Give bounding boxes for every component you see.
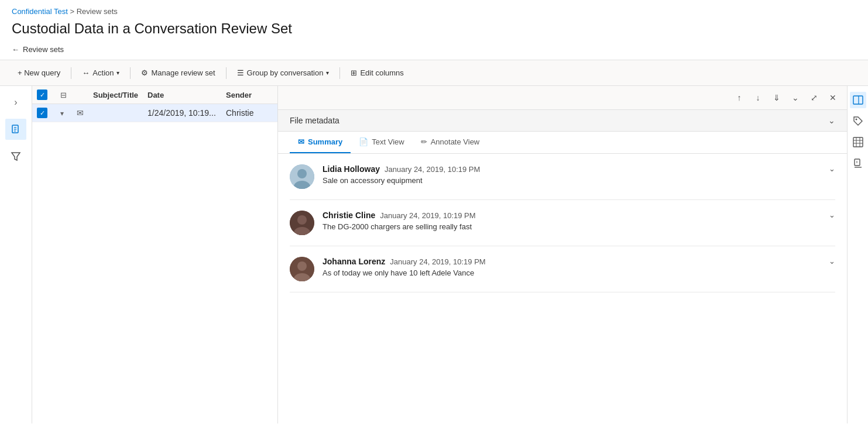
toolbar-divider-4 [339, 67, 340, 79]
svg-rect-14 [853, 96, 863, 104]
nav-down-button[interactable]: ↓ [750, 89, 766, 106]
list-row[interactable]: ✓ ▾ ✉ 1/24/2019, 10:19... Christie [32, 104, 277, 122]
back-label: Review sets [23, 45, 64, 54]
row-sender: Christie [226, 108, 273, 118]
conversation-item-johanna[interactable]: Johanna Lorenz January 24, 2019, 10:19 P… [290, 246, 835, 292]
back-arrow-icon: ← [12, 45, 19, 54]
sidebar-download-icon[interactable] [850, 155, 866, 171]
summary-tab-icon: ✉ [298, 137, 304, 146]
conv-name-christie: Christie Cline [323, 211, 375, 220]
breadcrumb-current: Review sets [77, 7, 118, 16]
list-header: ✓ ⊟ Subject/Title Date Sender [32, 86, 277, 104]
conv-body-christie: Christie Cline January 24, 2019, 10:19 P… [323, 211, 821, 231]
conv-date-johanna: January 24, 2019, 10:19 PM [390, 257, 485, 266]
manage-review-set-button[interactable]: ⚙ Manage review set [135, 65, 221, 81]
text-view-tab-icon: 📄 [359, 137, 368, 146]
list-panel: ✓ ⊟ Subject/Title Date Sender ✓ ▾ ✉ 1/24… [32, 86, 278, 423]
select-all-checkbox[interactable]: ✓ [37, 89, 47, 100]
left-panel: › [0, 86, 32, 423]
svg-rect-17 [853, 137, 863, 147]
back-button[interactable]: ← Review sets [12, 45, 856, 60]
subject-column-header: Subject/Title [93, 91, 145, 99]
action-button[interactable]: ↔ Action ▾ [76, 65, 125, 81]
conv-expand-johanna[interactable]: ⌄ [829, 257, 835, 266]
conv-name-johanna: Johanna Lorenz [323, 257, 385, 266]
conv-date-christie: January 24, 2019, 10:19 PM [380, 211, 475, 220]
detail-panel: ↑ ↓ ⇓ ⌄ ⤢ ✕ File metadata ⌄ ✉ Summary 📄 … [278, 86, 847, 423]
conv-body-johanna: Johanna Lorenz January 24, 2019, 10:19 P… [323, 257, 821, 277]
toolbar-divider-3 [226, 67, 227, 79]
conv-body-lidia: Lidia Holloway January 24, 2019, 10:19 P… [323, 164, 821, 185]
conversation-item-lidia[interactable]: Lidia Holloway January 24, 2019, 10:19 P… [290, 154, 835, 200]
toolbar: + New query ↔ Action ▾ ⚙ Manage review s… [0, 60, 868, 86]
svg-point-12 [297, 261, 307, 271]
conv-name-lidia: Lidia Holloway [323, 164, 380, 174]
group-icon: ☰ [237, 68, 244, 77]
conv-expand-lidia[interactable]: ⌄ [829, 164, 835, 173]
conv-text-christie: The DG-2000 chargers are selling really … [323, 222, 821, 231]
right-sidebar [847, 86, 868, 423]
sidebar-panel-icon[interactable] [850, 92, 866, 108]
group-by-conversation-button[interactable]: ☰ Group by conversation ▾ [231, 65, 335, 81]
avatar-christie [290, 211, 314, 235]
edit-columns-button[interactable]: ⊞ Edit columns [345, 65, 409, 81]
sidebar-table-icon[interactable] [850, 134, 866, 150]
breadcrumb: Confidential Test > Review sets [12, 7, 856, 16]
toolbar-divider-1 [71, 67, 71, 79]
file-metadata-label: File metadata [290, 116, 339, 125]
main-content: › ✓ ⊟ Subject/Title Date [0, 86, 868, 423]
detail-tabs: ✉ Summary 📄 Text View ✏ Annotate View [278, 132, 847, 154]
nav-close-button[interactable]: ✕ [825, 89, 841, 106]
group-caret-icon: ▾ [326, 70, 329, 76]
row-date: 1/24/2019, 10:19... [147, 108, 224, 118]
conv-text-johanna: As of today we only have 10 left Adele V… [323, 268, 821, 277]
conv-date-lidia: January 24, 2019, 10:19 PM [385, 165, 480, 174]
top-bar: Confidential Test > Review sets Custodia… [0, 0, 868, 60]
nav-toggle-button[interactable]: ⌄ [787, 89, 804, 106]
annotate-view-tab-icon: ✏ [421, 137, 427, 146]
breadcrumb-separator: > [70, 7, 77, 16]
row-checkbox[interactable]: ✓ [37, 108, 47, 118]
filter-icon[interactable] [5, 146, 26, 167]
conv-expand-christie[interactable]: ⌄ [829, 211, 835, 219]
detail-nav: ↑ ↓ ⇓ ⌄ ⤢ ✕ [278, 86, 847, 110]
breadcrumb-link[interactable]: Confidential Test [12, 7, 68, 16]
tab-annotate-view[interactable]: ✏ Annotate View [413, 132, 488, 153]
summary-tab-label: Summary [308, 137, 342, 146]
edit-columns-icon: ⊞ [351, 68, 357, 77]
tab-summary[interactable]: ✉ Summary [290, 132, 351, 153]
manage-review-set-label: Manage review set [151, 68, 215, 77]
action-caret-icon: ▾ [116, 70, 119, 76]
tab-text-view[interactable]: 📄 Text View [351, 132, 412, 153]
action-icon: ↔ [82, 68, 90, 77]
conv-text-lidia: Sale on accessory equipment [323, 176, 821, 185]
text-view-tab-label: Text View [372, 137, 404, 146]
svg-marker-4 [12, 153, 20, 160]
sidebar-tag-icon[interactable] [850, 113, 866, 129]
row-expand-icon[interactable]: ▾ [60, 109, 64, 118]
toolbar-divider-2 [130, 67, 131, 79]
collapse-panel-button[interactable]: › [5, 92, 26, 113]
email-icon: ✉ [77, 108, 84, 118]
nav-expand-button[interactable]: ⤢ [806, 89, 822, 106]
group-by-conversation-label: Group by conversation [247, 68, 324, 77]
svg-point-9 [297, 215, 307, 225]
nav-up-button[interactable]: ↑ [731, 89, 747, 106]
document-icon[interactable] [5, 119, 26, 140]
nav-down-end-button[interactable]: ⇓ [768, 89, 785, 106]
sender-column-header: Sender [226, 91, 273, 99]
conversation-list: Lidia Holloway January 24, 2019, 10:19 P… [278, 154, 847, 423]
page-title: Custodial Data in a Conversation Review … [12, 20, 856, 37]
file-metadata-bar: File metadata ⌄ [278, 110, 847, 132]
file-metadata-caret-icon[interactable]: ⌄ [828, 116, 835, 125]
conversation-item-christie[interactable]: Christie Cline January 24, 2019, 10:19 P… [290, 200, 835, 246]
avatar-lidia [290, 164, 314, 189]
svg-point-6 [297, 169, 307, 178]
avatar-johanna [290, 257, 314, 281]
manage-gear-icon: ⚙ [141, 68, 148, 77]
new-query-button[interactable]: + New query [12, 65, 66, 81]
annotate-view-tab-label: Annotate View [431, 137, 480, 146]
edit-columns-label: Edit columns [360, 68, 403, 77]
date-column-header: Date [147, 91, 224, 99]
action-label: Action [92, 68, 114, 77]
